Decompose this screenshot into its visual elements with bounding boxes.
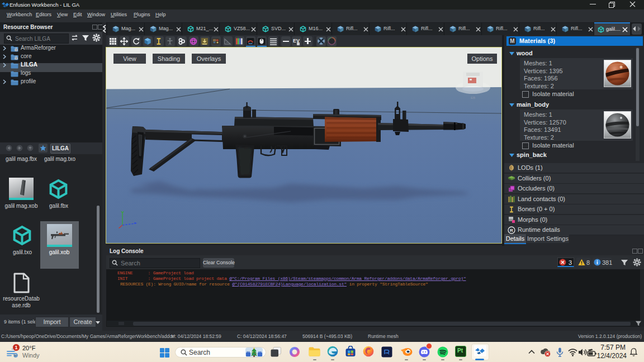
svg-text:EB: EB [471, 96, 475, 99]
svg-text:R: R [510, 228, 513, 233]
